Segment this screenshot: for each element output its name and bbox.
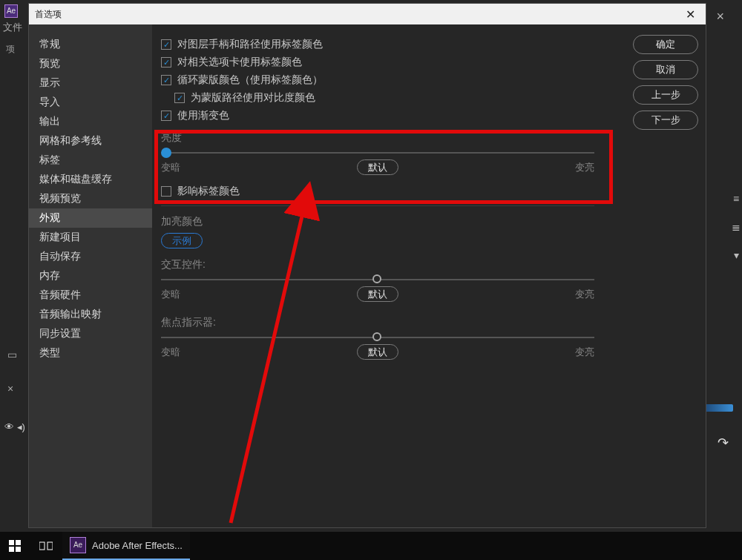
focus-slider[interactable] (161, 337, 594, 338)
sidebar-item-memory[interactable]: 内存 (29, 266, 152, 286)
svg-rect-4 (16, 547, 21, 552)
brightness-default-button[interactable]: 默认 (357, 159, 398, 175)
app-icon: Ae (4, 4, 18, 18)
checkbox-mask-contrast[interactable] (174, 93, 185, 103)
sample-button[interactable]: 示例 (161, 233, 203, 248)
sidebar-item-appearance[interactable]: 外观 (29, 208, 152, 228)
sidebar-item-sync-settings[interactable]: 同步设置 (29, 324, 152, 343)
panel-project-label: 项 (6, 43, 15, 56)
checkbox-related-tabs[interactable] (161, 57, 171, 67)
sidebar-item-import[interactable]: 导入 (29, 93, 152, 112)
list-icon[interactable]: ≣ (732, 221, 741, 233)
brightness-slider-handle[interactable] (161, 148, 171, 158)
sidebar-item-audio-output[interactable]: 音频输出映射 (29, 305, 152, 324)
preferences-main: 确定 取消 上一步 下一步 对图层手柄和路径使用标签颜色 对相关选项卡使用标签颜… (152, 24, 706, 527)
windows-icon (9, 540, 21, 552)
dropdown-icon[interactable]: ▾ (734, 249, 739, 261)
checkbox-cycle-mask[interactable] (161, 75, 171, 85)
sidebar-item-labels[interactable]: 标签 (29, 151, 152, 170)
focus-indicator-title: 焦点指示器: (161, 316, 594, 329)
checkbox-related-tabs-label: 对相关选项卡使用标签颜色 (177, 56, 302, 69)
checkbox-mask-contrast-label: 为蒙版路径使用对比度颜色 (191, 91, 315, 105)
taskbar: Ae Adobe After Effects... (0, 532, 742, 560)
taskbar-app-label: Adobe After Effects... (92, 540, 183, 551)
checkbox-use-gradient-label: 使用渐变色 (177, 109, 229, 122)
sidebar-item-video-preview[interactable]: 视频预览 (29, 189, 152, 208)
sidebar-item-audio-hardware[interactable]: 音频硬件 (29, 286, 152, 305)
checkbox-affect-label[interactable] (161, 186, 171, 197)
left-rail-icons: ▭ × (7, 349, 17, 395)
close-x-icon[interactable]: × (7, 383, 17, 395)
sidebar-item-type[interactable]: 类型 (29, 343, 152, 363)
right-rail-icons: ≡ ≣ ▾ (732, 193, 741, 261)
sidebar-item-new-project[interactable]: 新建项目 (29, 228, 152, 247)
checkbox-use-gradient[interactable] (161, 111, 171, 121)
composition-marker (705, 404, 733, 412)
brightness-title: 亮度 (161, 131, 594, 145)
checkbox-layer-handles-label: 对图层手柄和路径使用标签颜色 (177, 38, 323, 51)
brightness-darker-label: 变暗 (161, 161, 206, 174)
divider (161, 205, 594, 206)
svg-rect-3 (9, 547, 14, 552)
brightness-slider[interactable] (161, 152, 594, 154)
checkbox-cycle-mask-label: 循环蒙版颜色（使用标签颜色） (177, 73, 323, 87)
sidebar-item-display[interactable]: 显示 (29, 73, 152, 93)
preferences-sidebar: 常规 预览 显示 导入 输出 网格和参考线 标签 媒体和磁盘缓存 视频预览 外观… (29, 24, 152, 527)
interactive-default-button[interactable]: 默认 (357, 286, 398, 302)
preferences-dialog: 首选项 ✕ 常规 预览 显示 导入 输出 网格和参考线 标签 媒体和磁盘缓存 视… (28, 3, 706, 528)
panel-icon[interactable]: ▭ (7, 349, 17, 360)
interactive-slider[interactable] (161, 279, 594, 280)
interactive-darker-label: 变暗 (161, 288, 206, 301)
highlight-title: 加亮颜色 (161, 215, 694, 228)
sidebar-item-grids[interactable]: 网格和参考线 (29, 131, 152, 151)
speaker-icon[interactable]: 👁 ◂) (4, 421, 25, 432)
prev-button[interactable]: 上一步 (633, 85, 698, 105)
ae-app-icon: Ae (70, 537, 86, 553)
checkbox-affect-label-text: 影响标签颜色 (177, 185, 240, 198)
sidebar-item-preview[interactable]: 预览 (29, 54, 152, 73)
focus-default-button[interactable]: 默认 (357, 344, 398, 360)
interactive-controls-title: 交互控件: (161, 258, 594, 271)
task-view-icon (39, 541, 53, 551)
focus-slider-handle[interactable] (372, 332, 381, 341)
dialog-titlebar[interactable]: 首选项 ✕ (29, 4, 706, 24)
svg-rect-1 (9, 540, 14, 545)
sidebar-item-media-cache[interactable]: 媒体和磁盘缓存 (29, 170, 152, 189)
interactive-slider-handle[interactable] (372, 274, 381, 283)
next-button[interactable]: 下一步 (633, 111, 698, 130)
brightness-brighter-label: 变亮 (550, 161, 594, 174)
menu-lines-icon[interactable]: ≡ (733, 193, 739, 205)
svg-rect-2 (16, 540, 21, 545)
cancel-button[interactable]: 取消 (633, 60, 698, 79)
parent-close-icon[interactable]: × (716, 9, 724, 24)
svg-line-0 (231, 210, 303, 523)
task-view-button[interactable] (30, 532, 62, 560)
sidebar-item-general[interactable]: 常规 (29, 35, 152, 54)
ok-button[interactable]: 确定 (633, 35, 698, 54)
focus-brighter-label: 变亮 (550, 346, 594, 359)
svg-rect-6 (47, 542, 53, 550)
close-icon[interactable]: ✕ (681, 7, 700, 22)
dialog-title: 首选项 (35, 8, 681, 21)
taskbar-app-ae[interactable]: Ae Adobe After Effects... (62, 532, 190, 560)
focus-darker-label: 变暗 (161, 346, 206, 359)
interactive-brighter-label: 变亮 (550, 288, 594, 301)
action-buttons: 确定 取消 上一步 下一步 (633, 35, 698, 130)
sidebar-item-output[interactable]: 输出 (29, 112, 152, 131)
right-arrow-icon[interactable]: ↷ (718, 435, 729, 451)
start-button[interactable] (0, 532, 30, 560)
svg-rect-5 (39, 542, 45, 550)
menu-file[interactable]: 文件 (3, 21, 22, 34)
checkbox-layer-handles[interactable] (161, 39, 171, 50)
sidebar-item-auto-save[interactable]: 自动保存 (29, 247, 152, 266)
